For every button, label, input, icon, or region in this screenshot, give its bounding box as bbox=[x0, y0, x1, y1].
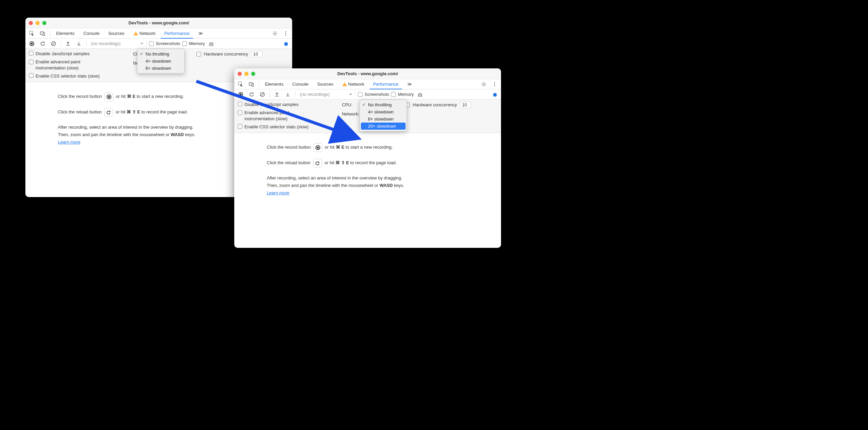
memory-label: Memory bbox=[398, 92, 414, 97]
window-title: DevTools - www.google.com/ bbox=[46, 20, 271, 25]
memory-checkbox[interactable] bbox=[182, 41, 187, 46]
warning-icon bbox=[342, 82, 347, 87]
screenshots-checkbox[interactable] bbox=[358, 92, 363, 97]
close-icon[interactable] bbox=[238, 72, 242, 76]
gear-icon[interactable] bbox=[479, 80, 488, 89]
tab-elements[interactable]: Elements bbox=[262, 79, 287, 89]
svg-point-15 bbox=[483, 84, 484, 85]
record-button-inline[interactable] bbox=[105, 92, 113, 101]
window-title: DevTools - www.google.com/ bbox=[255, 71, 480, 76]
screenshots-label: Screenshots bbox=[156, 41, 180, 46]
zoom-icon[interactable] bbox=[251, 72, 255, 76]
memory-label: Memory bbox=[189, 41, 205, 46]
tabs-more[interactable]: ≫ bbox=[404, 79, 415, 89]
devtools-tabs: Elements Console Sources Network Perform… bbox=[25, 28, 292, 39]
dd-item-4x[interactable]: 4× slowdown bbox=[360, 108, 407, 115]
learn-more-link[interactable]: Learn more bbox=[58, 139, 80, 145]
svg-rect-13 bbox=[344, 83, 345, 85]
tab-network-label: Network bbox=[139, 31, 156, 36]
more-vert-icon[interactable] bbox=[281, 29, 290, 38]
css-stats-label: Enable CSS selector stats (slow) bbox=[36, 73, 100, 79]
reload-button[interactable] bbox=[247, 90, 256, 99]
network-label: Network: bbox=[342, 111, 359, 116]
inspect-icon[interactable] bbox=[236, 80, 245, 89]
svg-point-7 bbox=[285, 33, 286, 34]
dd-item-4x[interactable]: 4× slowdown bbox=[137, 58, 184, 65]
recordings-select[interactable]: (no recordings) bbox=[298, 92, 352, 97]
tab-elements[interactable]: Elements bbox=[53, 28, 78, 39]
css-stats-checkbox[interactable] bbox=[29, 73, 34, 78]
minimize-icon[interactable] bbox=[244, 72, 248, 76]
adv-paint-checkbox[interactable] bbox=[29, 60, 34, 64]
device-toggle-icon[interactable] bbox=[38, 29, 47, 38]
recordings-select[interactable]: (no recordings) bbox=[89, 41, 143, 46]
minimize-icon[interactable] bbox=[36, 21, 40, 25]
perf-content: Click the record button or hit ⌘ E to st… bbox=[234, 133, 501, 204]
tab-sources[interactable]: Sources bbox=[314, 79, 337, 89]
tab-network[interactable]: Network bbox=[339, 79, 368, 89]
perf-settings-gear-icon[interactable] bbox=[490, 90, 499, 99]
record-button[interactable] bbox=[27, 39, 36, 48]
clear-button[interactable] bbox=[49, 39, 58, 48]
record-button-inline[interactable] bbox=[313, 143, 322, 152]
clear-button[interactable] bbox=[258, 90, 267, 99]
hw-conc-checkbox[interactable] bbox=[196, 52, 201, 57]
record-button[interactable] bbox=[236, 90, 245, 99]
reload-button-inline[interactable] bbox=[313, 159, 322, 168]
inspect-icon[interactable] bbox=[27, 29, 36, 38]
dd-item-20x[interactable]: 20× slowdown bbox=[361, 123, 406, 130]
dd-item-no-throttling[interactable]: No throttling bbox=[360, 101, 407, 108]
dd-item-6x[interactable]: 6× slowdown bbox=[360, 115, 407, 123]
close-icon[interactable] bbox=[29, 21, 33, 25]
reload-button-inline[interactable] bbox=[104, 108, 113, 117]
gc-icon[interactable] bbox=[416, 90, 425, 99]
devtools-tabs: Elements Console Sources Network Perform… bbox=[234, 79, 501, 89]
more-vert-icon[interactable] bbox=[490, 80, 499, 89]
adv-paint-checkbox[interactable] bbox=[238, 110, 242, 115]
svg-point-16 bbox=[494, 82, 495, 83]
zoom-icon[interactable] bbox=[42, 21, 46, 25]
download-icon[interactable] bbox=[74, 39, 83, 48]
titlebar: DevTools - www.google.com/ bbox=[25, 18, 292, 28]
disable-js-label: Disable JavaScript samples bbox=[36, 51, 90, 57]
cpu-throttle-dropdown: No throttling 4× slowdown 6× slowdown bbox=[137, 49, 185, 73]
hw-conc-input[interactable]: 10 bbox=[460, 102, 471, 108]
download-icon[interactable] bbox=[283, 90, 292, 99]
recordings-label: (no recordings) bbox=[91, 41, 121, 46]
hw-conc-label: Hardware concurrency bbox=[204, 51, 248, 57]
css-stats-label: Enable CSS selector stats (slow) bbox=[244, 124, 308, 130]
svg-point-5 bbox=[274, 33, 276, 34]
dd-item-no-throttling[interactable]: No throttling bbox=[137, 50, 184, 58]
tab-network-label: Network bbox=[348, 82, 365, 87]
disable-js-label: Disable JavaScript samples bbox=[244, 102, 299, 108]
upload-icon[interactable] bbox=[273, 90, 281, 99]
dd-item-6x[interactable]: 6× slowdown bbox=[137, 65, 184, 72]
device-toggle-icon[interactable] bbox=[247, 80, 256, 89]
perf-toolbar: (no recordings) Screenshots Memory bbox=[25, 39, 292, 49]
upload-icon[interactable] bbox=[64, 39, 72, 48]
tab-performance[interactable]: Performance bbox=[370, 79, 402, 89]
learn-more-link[interactable]: Learn more bbox=[267, 190, 289, 195]
svg-point-17 bbox=[494, 84, 495, 85]
tabs-more[interactable]: ≫ bbox=[195, 28, 207, 39]
gc-icon[interactable] bbox=[207, 39, 216, 48]
tab-sources[interactable]: Sources bbox=[105, 28, 128, 39]
disable-js-checkbox[interactable] bbox=[238, 102, 242, 106]
tab-console[interactable]: Console bbox=[289, 79, 312, 89]
memory-checkbox[interactable] bbox=[391, 92, 396, 97]
disable-js-checkbox[interactable] bbox=[29, 51, 34, 56]
svg-rect-12 bbox=[252, 84, 254, 86]
tab-network[interactable]: Network bbox=[130, 28, 159, 39]
warning-icon bbox=[133, 31, 138, 36]
css-stats-checkbox[interactable] bbox=[238, 124, 242, 129]
reload-button[interactable] bbox=[38, 39, 47, 48]
perf-settings-gear-icon[interactable] bbox=[281, 39, 290, 48]
chevron-down-icon bbox=[349, 94, 352, 96]
tab-performance[interactable]: Performance bbox=[161, 28, 193, 39]
titlebar: DevTools - www.google.com/ bbox=[234, 68, 501, 79]
tab-console[interactable]: Console bbox=[80, 28, 103, 39]
screenshots-checkbox[interactable] bbox=[149, 41, 154, 46]
gear-icon[interactable] bbox=[270, 29, 279, 38]
adv-paint-label: Enable advanced paintinstrumentation (sl… bbox=[36, 59, 80, 71]
hw-conc-input[interactable]: 10 bbox=[251, 51, 262, 57]
